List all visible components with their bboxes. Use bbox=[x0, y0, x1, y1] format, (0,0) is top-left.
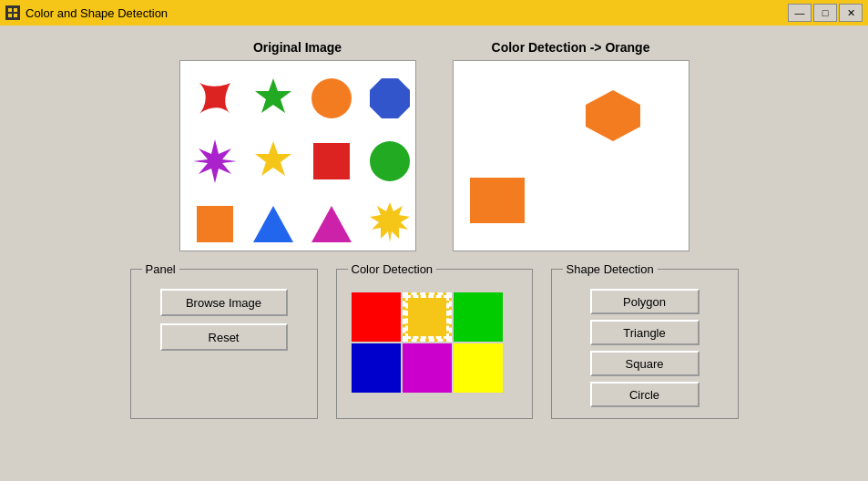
svg-marker-15 bbox=[586, 90, 640, 141]
shape-buttons: Polygon Triangle Square Circle bbox=[563, 289, 727, 407]
shape-green-circle bbox=[364, 136, 414, 186]
svg-point-10 bbox=[370, 141, 410, 181]
color-detection-shapes bbox=[454, 61, 689, 251]
color-detection-canvas bbox=[453, 60, 689, 251]
detected-orange-rectangle bbox=[470, 178, 525, 223]
original-image-canvas bbox=[179, 60, 416, 251]
title-bar-left: Color and Shape Detection bbox=[5, 5, 168, 20]
shape-detection-panel: Shape Detection Polygon Triangle Square … bbox=[551, 262, 739, 419]
shape-blue-octagon bbox=[364, 73, 414, 123]
svg-rect-3 bbox=[14, 14, 17, 17]
svg-rect-11 bbox=[197, 206, 233, 242]
circle-button[interactable]: Circle bbox=[590, 382, 700, 407]
shape-yellow-star bbox=[248, 136, 298, 186]
svg-marker-4 bbox=[255, 78, 291, 113]
shape-yellow-sun bbox=[364, 199, 414, 249]
svg-point-5 bbox=[311, 78, 352, 118]
shape-detection-section: Polygon Triangle Square Circle bbox=[563, 283, 727, 407]
svg-rect-9 bbox=[313, 143, 350, 179]
color-cell-blue[interactable] bbox=[352, 343, 401, 393]
maximize-button[interactable]: □ bbox=[813, 4, 837, 22]
shape-red-star4 bbox=[189, 73, 240, 123]
color-cell-green[interactable] bbox=[454, 292, 503, 342]
svg-rect-0 bbox=[8, 8, 12, 12]
svg-marker-13 bbox=[311, 206, 352, 242]
panel-legend: Panel bbox=[142, 262, 179, 276]
panels-row: Panel Browse Image Reset Color Detection bbox=[18, 262, 850, 419]
color-detection-legend: Color Detection bbox=[348, 262, 437, 276]
shape-purple-star6 bbox=[189, 136, 240, 186]
color-grid bbox=[348, 289, 521, 396]
shape-green-star bbox=[248, 73, 298, 123]
triangle-button[interactable]: Triangle bbox=[590, 320, 700, 345]
browse-image-button[interactable]: Browse Image bbox=[160, 289, 288, 316]
main-content: Original Image bbox=[0, 26, 868, 481]
svg-marker-6 bbox=[370, 78, 410, 118]
color-detection-image-panel: Color Detection -> Orange bbox=[453, 40, 689, 251]
close-button[interactable]: ✕ bbox=[839, 4, 863, 22]
color-detection-panel: Color Detection bbox=[336, 262, 533, 419]
images-row: Original Image bbox=[18, 40, 850, 251]
color-cell-red[interactable] bbox=[352, 292, 401, 342]
color-cell-yellow[interactable] bbox=[403, 292, 452, 342]
title-bar: Color and Shape Detection — □ ✕ bbox=[0, 0, 868, 26]
color-detection-section bbox=[348, 283, 521, 396]
shape-orange-circle bbox=[306, 73, 356, 123]
svg-rect-2 bbox=[8, 14, 12, 17]
shape-red-square bbox=[306, 136, 356, 186]
square-button[interactable]: Square bbox=[590, 351, 700, 376]
shape-purple-triangle bbox=[306, 199, 356, 249]
detected-orange-hexagon bbox=[581, 88, 645, 143]
svg-marker-12 bbox=[253, 206, 293, 242]
reset-button[interactable]: Reset bbox=[160, 323, 288, 351]
color-cell-bright-yellow[interactable] bbox=[454, 343, 503, 393]
window-title: Color and Shape Detection bbox=[26, 6, 168, 20]
window-controls: — □ ✕ bbox=[788, 4, 863, 22]
color-detection-image-title: Color Detection -> Orange bbox=[492, 40, 650, 55]
svg-marker-14 bbox=[370, 202, 410, 242]
minimize-button[interactable]: — bbox=[788, 4, 812, 22]
panel-section: Panel Browse Image Reset bbox=[130, 262, 318, 419]
polygon-button[interactable]: Polygon bbox=[590, 289, 700, 314]
shape-detection-legend: Shape Detection bbox=[563, 262, 658, 276]
shape-blue-triangle bbox=[248, 199, 298, 249]
svg-rect-1 bbox=[14, 8, 17, 12]
panel-controls: Browse Image Reset bbox=[142, 283, 306, 351]
svg-marker-8 bbox=[255, 141, 291, 176]
svg-marker-7 bbox=[193, 139, 237, 183]
shape-grid bbox=[180, 61, 415, 251]
original-image-title: Original Image bbox=[253, 40, 342, 55]
app-icon bbox=[5, 5, 20, 20]
color-cell-magenta[interactable] bbox=[403, 343, 452, 393]
shape-orange-square bbox=[189, 199, 240, 249]
original-image-panel: Original Image bbox=[179, 40, 416, 251]
